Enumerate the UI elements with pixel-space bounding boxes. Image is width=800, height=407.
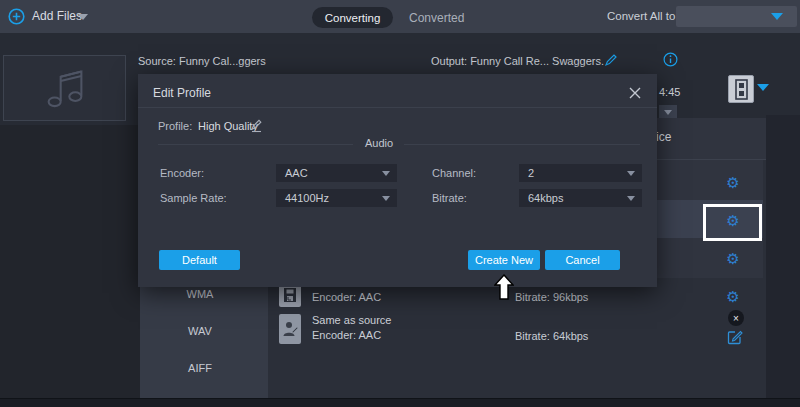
film-strip-icon bbox=[735, 79, 748, 100]
source-filename: Source: Funny Cal...ggers bbox=[138, 55, 266, 67]
create-new-button[interactable]: Create New bbox=[468, 250, 540, 270]
device-profile-icon bbox=[283, 287, 297, 303]
bitrate-label: Bitrate: bbox=[432, 192, 467, 204]
arrow-up-icon bbox=[494, 274, 514, 300]
add-files-label[interactable]: Add Files bbox=[32, 9, 82, 23]
encoder-label: Encoder: bbox=[160, 167, 204, 179]
pencil-icon bbox=[604, 53, 618, 67]
channel-value: 2 bbox=[528, 167, 534, 179]
profile-settings-gear-icon-3[interactable]: ⚙ bbox=[723, 251, 743, 267]
same-as-source-title: Same as source bbox=[312, 314, 391, 326]
same-as-source-bitrate: Bitrate: 64kbps bbox=[515, 330, 588, 342]
dialog-header-divider bbox=[138, 107, 657, 108]
top-toolbar: Add Files Converting Converted Convert A… bbox=[0, 0, 800, 33]
profile-name: High Quality bbox=[198, 120, 258, 132]
cancel-button[interactable]: Cancel bbox=[545, 250, 620, 270]
sample-rate-value: 44100Hz bbox=[285, 192, 329, 204]
add-files-chevron-down-icon[interactable] bbox=[78, 14, 88, 20]
info-icon bbox=[663, 52, 678, 67]
add-files-button[interactable] bbox=[8, 8, 25, 27]
sample-rate-label: Sample Rate: bbox=[160, 192, 227, 204]
edit-profile-row-button[interactable] bbox=[727, 329, 743, 347]
convert-all-chevron-down-icon bbox=[771, 13, 783, 20]
custom-profile-icon-box bbox=[279, 314, 301, 344]
rename-profile-button[interactable] bbox=[250, 119, 264, 135]
encoder-select[interactable]: AAC bbox=[276, 164, 397, 182]
profile-settings-gear-icon-1[interactable]: ⚙ bbox=[723, 175, 743, 191]
media-thumbnail[interactable] bbox=[3, 55, 126, 121]
sidebar-item-wma[interactable]: WMA bbox=[140, 288, 260, 300]
format-mini-dropdown[interactable] bbox=[659, 105, 677, 119]
tab-converting[interactable]: Converting bbox=[312, 7, 393, 28]
app-window: Add Files Converting Converted Convert A… bbox=[0, 0, 800, 407]
profile-96-encoder: Encoder: AAC bbox=[312, 291, 381, 303]
plus-circle-icon bbox=[8, 8, 25, 25]
sample-rate-select[interactable]: 44100Hz bbox=[276, 189, 397, 207]
audio-section-title: Audio bbox=[365, 137, 393, 149]
edit-profile-dialog: Edit Profile Profile: High Quality Audio… bbox=[138, 74, 657, 287]
tab-converted[interactable]: Converted bbox=[409, 11, 464, 25]
rename-output-button[interactable] bbox=[604, 53, 618, 69]
encoder-value: AAC bbox=[285, 167, 308, 179]
highlight-box-annotation bbox=[703, 204, 762, 241]
dialog-title: Edit Profile bbox=[153, 86, 211, 100]
up-arrow-annotation bbox=[494, 274, 514, 302]
chevron-down-icon bbox=[382, 196, 390, 201]
chevron-down-icon bbox=[627, 196, 635, 201]
mini-chevron-down-icon bbox=[664, 110, 672, 115]
dialog-close-button[interactable] bbox=[628, 86, 642, 100]
audio-divider-right bbox=[404, 144, 640, 145]
music-note-icon bbox=[39, 63, 91, 113]
output-format-button[interactable] bbox=[728, 75, 754, 103]
sidebar-item-aiff[interactable]: AIFF bbox=[140, 362, 260, 374]
media-info-button[interactable] bbox=[663, 52, 678, 69]
convert-all-dropdown[interactable] bbox=[676, 6, 797, 27]
audio-divider-left bbox=[158, 144, 353, 145]
channel-select[interactable]: 2 bbox=[519, 164, 642, 182]
output-filename: Output: Funny Call Re... Swaggers. bbox=[431, 55, 604, 67]
profile-label: Profile: bbox=[158, 120, 192, 132]
delete-profile-button[interactable]: × bbox=[728, 310, 744, 326]
chevron-down-icon bbox=[382, 171, 390, 176]
left-column-background bbox=[0, 125, 140, 398]
user-edit-icon bbox=[282, 320, 298, 338]
compose-icon bbox=[727, 329, 743, 345]
profile-96-bitrate: Bitrate: 96kbps bbox=[515, 291, 588, 303]
sidebar-item-wav[interactable]: WAV bbox=[140, 325, 260, 337]
bitrate-select[interactable]: 64kbps bbox=[519, 189, 642, 207]
same-as-source-encoder: Encoder: AAC bbox=[312, 329, 381, 341]
channel-label: Channel: bbox=[432, 167, 476, 179]
format-chevron-down-icon[interactable] bbox=[757, 84, 769, 91]
profile-list-header-text: ice bbox=[656, 130, 671, 144]
profile-settings-gear-icon-4[interactable]: ⚙ bbox=[723, 289, 743, 305]
chevron-down-icon bbox=[627, 171, 635, 176]
close-icon: × bbox=[733, 313, 739, 324]
bottom-bar bbox=[0, 398, 800, 407]
default-button[interactable]: Default bbox=[159, 250, 240, 270]
pencil-icon bbox=[250, 119, 264, 133]
right-edge-column bbox=[766, 115, 800, 398]
clip-duration: 4:45 bbox=[659, 86, 680, 98]
close-icon bbox=[628, 86, 642, 100]
bitrate-value: 64kbps bbox=[528, 192, 563, 204]
convert-all-to-label: Convert All to: bbox=[607, 10, 679, 22]
